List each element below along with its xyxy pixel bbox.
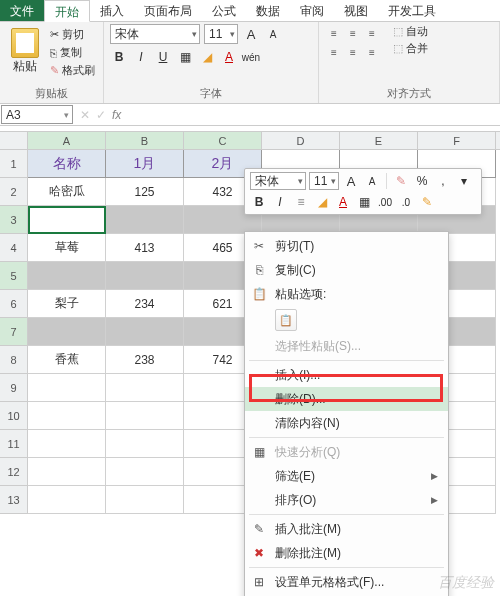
row-header-7[interactable]: 7 <box>0 318 28 346</box>
align-right[interactable]: ≡ <box>363 43 381 61</box>
mini-format-painter[interactable]: ✎ <box>392 172 410 190</box>
mini-percent[interactable]: % <box>413 172 431 190</box>
paste-button[interactable]: 粘贴 <box>6 24 44 79</box>
cm-insert[interactable]: 插入(I)... <box>245 363 448 387</box>
fx-button[interactable]: fx <box>112 108 121 122</box>
cell-a7[interactable] <box>28 318 106 346</box>
cell-b13[interactable] <box>106 486 184 514</box>
row-header-10[interactable]: 10 <box>0 402 28 430</box>
row-header-4[interactable]: 4 <box>0 234 28 262</box>
underline-button[interactable]: U <box>154 48 172 66</box>
row-header-2[interactable]: 2 <box>0 178 28 206</box>
row-header-8[interactable]: 8 <box>0 346 28 374</box>
align-bottom[interactable]: ≡ <box>363 24 381 42</box>
mini-font-color[interactable]: A <box>334 193 352 211</box>
mini-brush[interactable]: ✎ <box>418 193 436 211</box>
fill-color-button[interactable]: ◢ <box>198 48 216 66</box>
row-header-5[interactable]: 5 <box>0 262 28 290</box>
cell-a12[interactable] <box>28 458 106 486</box>
font-name-combo[interactable]: 宋体 <box>110 24 200 44</box>
align-middle[interactable]: ≡ <box>344 24 362 42</box>
align-top[interactable]: ≡ <box>325 24 343 42</box>
cell-b6[interactable]: 234 <box>106 290 184 318</box>
cm-insert-comment[interactable]: ✎插入批注(M) <box>245 517 448 541</box>
row-header-9[interactable]: 9 <box>0 374 28 402</box>
phonetic-button[interactable]: wén <box>242 48 260 66</box>
mini-cond-format[interactable]: ▾ <box>455 172 473 190</box>
cell-a8[interactable]: 香蕉 <box>28 346 106 374</box>
mini-fill-color[interactable]: ◢ <box>313 193 331 211</box>
name-box[interactable]: A3 <box>1 105 73 124</box>
cancel-fx-icon[interactable]: ✕ <box>80 108 90 122</box>
row-header-6[interactable]: 6 <box>0 290 28 318</box>
cell-a11[interactable] <box>28 430 106 458</box>
cell-a2[interactable]: 哈密瓜 <box>28 178 106 206</box>
format-painter-button[interactable]: 格式刷 <box>48 62 97 79</box>
cell-a10[interactable] <box>28 402 106 430</box>
cm-cut[interactable]: ✂剪切(T) <box>245 234 448 258</box>
row-header-1[interactable]: 1 <box>0 150 28 178</box>
mini-size-combo[interactable]: 11 <box>309 172 339 190</box>
mini-inc-decimal[interactable]: .0 <box>397 193 415 211</box>
bold-button[interactable]: B <box>110 48 128 66</box>
cell-b3[interactable] <box>106 206 184 234</box>
italic-button[interactable]: I <box>132 48 150 66</box>
decrease-font-button[interactable]: A <box>264 25 282 43</box>
tab-home[interactable]: 开始 <box>44 0 90 22</box>
cell-b8[interactable]: 238 <box>106 346 184 374</box>
increase-font-button[interactable]: A <box>242 25 260 43</box>
cm-sort[interactable]: 排序(O)▶ <box>245 488 448 512</box>
cm-delete[interactable]: 删除(D)... <box>245 387 448 411</box>
tab-layout[interactable]: 页面布局 <box>134 0 202 21</box>
wrap-text-button[interactable]: 自动 <box>393 24 428 39</box>
tab-dev[interactable]: 开发工具 <box>378 0 446 21</box>
mini-dec-decimal[interactable]: .00 <box>376 193 394 211</box>
accept-fx-icon[interactable]: ✓ <box>96 108 106 122</box>
tab-review[interactable]: 审阅 <box>290 0 334 21</box>
mini-increase-font[interactable]: A <box>342 172 360 190</box>
mini-font-combo[interactable]: 宋体 <box>250 172 306 190</box>
align-center[interactable]: ≡ <box>344 43 362 61</box>
col-header-b[interactable]: B <box>106 132 184 149</box>
cell-a4[interactable]: 草莓 <box>28 234 106 262</box>
font-size-combo[interactable]: 11 <box>204 24 238 44</box>
row-header-12[interactable]: 12 <box>0 458 28 486</box>
cm-delete-comment[interactable]: ✖删除批注(M) <box>245 541 448 565</box>
cell-a13[interactable] <box>28 486 106 514</box>
merge-button[interactable]: 合并 <box>393 41 428 56</box>
border-button[interactable]: ▦ <box>176 48 194 66</box>
cell-b11[interactable] <box>106 430 184 458</box>
cell-b1[interactable]: 1月 <box>106 150 184 178</box>
row-header-3[interactable]: 3 <box>0 206 28 234</box>
cell-a3[interactable] <box>28 206 106 234</box>
mini-comma[interactable]: , <box>434 172 452 190</box>
paste-option-default[interactable]: 📋 <box>275 309 297 331</box>
cm-filter[interactable]: 筛选(E)▶ <box>245 464 448 488</box>
cell-b10[interactable] <box>106 402 184 430</box>
copy-button[interactable]: 复制 <box>48 44 97 61</box>
cell-a6[interactable]: 梨子 <box>28 290 106 318</box>
row-header-13[interactable]: 13 <box>0 486 28 514</box>
col-header-a[interactable]: A <box>28 132 106 149</box>
tab-view[interactable]: 视图 <box>334 0 378 21</box>
col-header-c[interactable]: C <box>184 132 262 149</box>
cell-b5[interactable] <box>106 262 184 290</box>
cm-clear[interactable]: 清除内容(N) <box>245 411 448 435</box>
row-header-11[interactable]: 11 <box>0 430 28 458</box>
mini-italic[interactable]: I <box>271 193 289 211</box>
cell-b9[interactable] <box>106 374 184 402</box>
tab-insert[interactable]: 插入 <box>90 0 134 21</box>
cell-a5[interactable] <box>28 262 106 290</box>
tab-file[interactable]: 文件 <box>0 0 44 21</box>
tab-formula[interactable]: 公式 <box>202 0 246 21</box>
col-header-e[interactable]: E <box>340 132 418 149</box>
mini-border[interactable]: ▦ <box>355 193 373 211</box>
cell-a9[interactable] <box>28 374 106 402</box>
mini-bold[interactable]: B <box>250 193 268 211</box>
cell-a1[interactable]: 名称 <box>28 150 106 178</box>
align-left[interactable]: ≡ <box>325 43 343 61</box>
cm-copy[interactable]: ⎘复制(C) <box>245 258 448 282</box>
col-header-d[interactable]: D <box>262 132 340 149</box>
col-header-f[interactable]: F <box>418 132 496 149</box>
mini-align[interactable]: ≡ <box>292 193 310 211</box>
